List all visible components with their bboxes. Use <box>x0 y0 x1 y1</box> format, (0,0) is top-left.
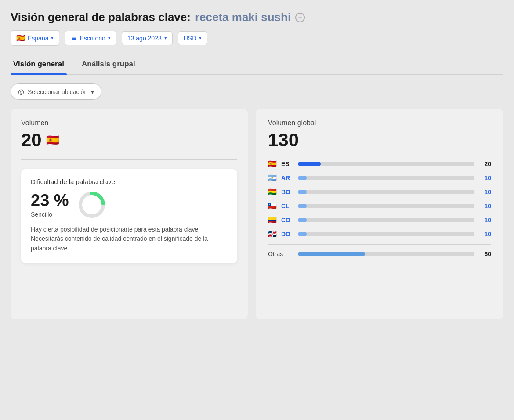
currency-label: USD <box>184 35 197 42</box>
count-co: 10 <box>479 217 491 224</box>
count-bo: 10 <box>479 188 491 196</box>
code-bo: BO <box>281 188 293 196</box>
date-label: 13 ago 2023 <box>127 35 162 42</box>
location-row: ◎ Seleccionar ubicación ▾ <box>11 83 503 100</box>
bar-track-es <box>298 162 474 166</box>
bar-track-co <box>298 218 474 222</box>
count-es: 20 <box>479 160 491 167</box>
tab-group[interactable]: Análisis grupal <box>79 55 138 74</box>
count-do: 10 <box>479 231 491 238</box>
kd-percent: 23 % <box>31 191 69 210</box>
flag-bo: 🇧🇴 <box>268 188 277 196</box>
location-selector[interactable]: ◎ Seleccionar ubicación ▾ <box>11 83 101 100</box>
volume-number: 20 <box>21 130 42 151</box>
country-flag: 🇪🇸 <box>16 34 25 42</box>
country-chevron: ▾ <box>51 35 54 41</box>
bar-fill-co <box>298 218 307 222</box>
bar-row-cl: 🇨🇱 CL 10 <box>268 202 491 210</box>
code-ar: AR <box>281 174 293 181</box>
device-filter[interactable]: 🖥 Escritorio ▾ <box>65 31 116 45</box>
volume-value: 20 🇪🇸 <box>21 130 237 151</box>
otras-label: Otras <box>268 250 293 257</box>
bar-track-do <box>298 232 474 236</box>
bar-track-ar <box>298 176 474 180</box>
kd-difficulty-label: Sencillo <box>31 211 69 218</box>
kd-title: Dificultad de la palabra clave <box>31 178 228 185</box>
bar-row-bo: 🇧🇴 BO 10 <box>268 188 491 196</box>
volume-label: Volumen <box>21 119 237 127</box>
filters-row: 🇪🇸 España ▾ 🖥 Escritorio ▾ 13 ago 2023 ▾… <box>11 30 503 46</box>
kd-value-row: 23 % Sencillo <box>31 190 228 220</box>
location-pin-icon: ◎ <box>18 87 24 96</box>
bar-row-co: 🇨🇴 CO 10 <box>268 216 491 224</box>
bar-track-bo <box>298 190 474 194</box>
global-volume-value: 130 <box>268 130 491 151</box>
date-filter[interactable]: 13 ago 2023 ▾ <box>122 31 173 45</box>
kd-card: Dificultad de la palabra clave 23 % Senc… <box>21 169 237 263</box>
bar-row-ar: 🇦🇷 AR 10 <box>268 174 491 182</box>
currency-chevron: ▾ <box>199 35 202 41</box>
page-title: Visión general de palabras clave: receta… <box>11 11 503 24</box>
code-do: DO <box>281 231 293 238</box>
count-otras: 60 <box>479 250 491 257</box>
tabs-row: Visión general Análisis grupal <box>11 55 503 75</box>
bar-fill-es <box>298 162 321 166</box>
country-filter[interactable]: 🇪🇸 España ▾ <box>11 30 59 46</box>
otras-divider <box>268 244 491 245</box>
add-keyword-button[interactable]: + <box>295 13 305 22</box>
bar-fill-otras <box>298 252 365 256</box>
keyword-text: receta maki sushi <box>195 11 291 24</box>
global-volume-card: Volumen global 130 🇪🇸 ES 20 🇦🇷 AR 10 🇧🇴 … <box>256 109 503 319</box>
flag-co: 🇨🇴 <box>268 216 277 224</box>
title-prefix: Visión general de palabras clave: <box>11 11 191 24</box>
bar-fill-cl <box>298 204 307 208</box>
bar-track-cl <box>298 204 474 208</box>
flag-do: 🇩🇴 <box>268 230 277 238</box>
volume-flag: 🇪🇸 <box>46 134 59 146</box>
location-label: Seleccionar ubicación <box>28 88 87 95</box>
kd-donut-chart <box>77 190 107 220</box>
location-chevron: ▾ <box>91 88 94 95</box>
bar-row-do: 🇩🇴 DO 10 <box>268 230 491 238</box>
date-chevron: ▾ <box>164 35 167 41</box>
flag-ar: 🇦🇷 <box>268 174 277 182</box>
flag-es: 🇪🇸 <box>268 159 277 168</box>
volume-card: Volumen 20 🇪🇸 Dificultad de la palabra c… <box>11 109 248 319</box>
country-label: España <box>28 35 48 42</box>
page-header: Visión general de palabras clave: receta… <box>11 11 503 46</box>
code-co: CO <box>281 217 293 224</box>
code-cl: CL <box>281 203 293 210</box>
bar-row-es: 🇪🇸 ES 20 <box>268 159 491 168</box>
bar-fill-do <box>298 232 307 236</box>
bar-track-otras <box>298 252 474 256</box>
count-ar: 10 <box>479 174 491 181</box>
device-label: Escritorio <box>80 35 105 42</box>
bar-fill-bo <box>298 190 307 194</box>
currency-filter[interactable]: USD ▾ <box>178 31 208 45</box>
tab-overview[interactable]: Visión general <box>11 55 67 74</box>
flag-cl: 🇨🇱 <box>268 202 277 210</box>
code-es: ES <box>281 160 293 167</box>
device-chevron: ▾ <box>108 35 111 41</box>
bar-fill-ar <box>298 176 307 180</box>
bar-row-otras: Otras 60 <box>268 250 491 257</box>
monitor-icon: 🖥 <box>70 34 77 42</box>
cards-row: Volumen 20 🇪🇸 Dificultad de la palabra c… <box>11 109 503 319</box>
kd-percent-block: 23 % Sencillo <box>31 191 69 218</box>
volume-divider <box>21 159 237 160</box>
kd-description: Hay cierta posibilidad de posicionarte p… <box>31 225 228 253</box>
count-cl: 10 <box>479 203 491 210</box>
global-volume-label: Volumen global <box>268 119 491 127</box>
